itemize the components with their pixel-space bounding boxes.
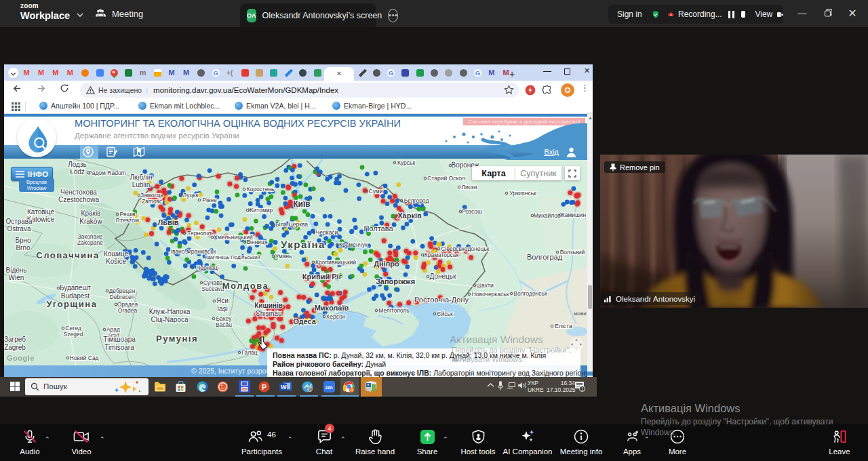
svg-text:Львів: Львів — [157, 218, 178, 226]
svg-text:Ростов-на-Дону: Ростов-на-Дону — [414, 296, 469, 304]
svg-text:Košice: Košice — [106, 258, 126, 265]
svg-text:Zagreb: Zagreb — [4, 344, 26, 351]
svg-text:Галац: Галац — [241, 349, 258, 356]
svg-text:Zakopane: Zakopane — [77, 239, 103, 246]
svg-text:Камишин: Камишин — [561, 212, 587, 218]
svg-text:Коростень: Коростень — [246, 186, 275, 193]
svg-text:Україна: Україна — [281, 239, 326, 250]
svg-text:Debrecen: Debrecen — [110, 294, 135, 300]
svg-text:Szeged: Szeged — [64, 331, 83, 338]
svg-text:Краків: Краків — [81, 209, 101, 217]
svg-text:Чернівці: Чернівці — [197, 264, 219, 271]
svg-text:Еліста: Еліста — [555, 323, 572, 329]
svg-text:Курськ: Курськ — [397, 159, 416, 166]
svg-text:Częstochowa: Częstochowa — [58, 196, 99, 203]
svg-text:Донецьк: Донецьк — [430, 273, 456, 280]
svg-text:Яси: Яси — [216, 297, 229, 304]
svg-text:Київ: Київ — [293, 199, 310, 209]
svg-text:Brno: Brno — [16, 244, 31, 252]
svg-text:1: 1 — [581, 386, 584, 391]
svg-text:Рівне: Рівне — [202, 197, 217, 203]
svg-text:Бєлгород: Бєлгород — [404, 197, 429, 204]
svg-text:Черкаси: Черкаси — [316, 229, 338, 236]
svg-text:Кривий Ріг: Кривий Ріг — [302, 273, 342, 281]
svg-text:Bacău: Bacău — [216, 321, 232, 328]
svg-text:Словаччина: Словаччина — [36, 250, 99, 260]
svg-text:Rzeszów: Rzeszów — [116, 217, 140, 224]
svg-text:Кропивницький: Кропивницький — [315, 259, 356, 266]
svg-text:Біла Церква: Біла Церква — [275, 221, 308, 228]
svg-text:Ostrava: Ostrava — [7, 225, 31, 233]
svg-text:Ченстохова: Ченстохова — [60, 188, 97, 196]
svg-text:Новочеркаськ: Новочеркаськ — [472, 291, 509, 298]
svg-text:Катовіце: Катовіце — [27, 208, 54, 216]
svg-text:Лодзь: Лодзь — [68, 161, 87, 168]
svg-text:Урюпінськ: Урюпінськ — [509, 190, 536, 197]
svg-text:Oradea: Oradea — [118, 307, 138, 314]
svg-text:Харків: Харків — [397, 212, 422, 220]
svg-text:Миколаїв: Миколаїв — [315, 304, 349, 312]
svg-text:Одеса: Одеса — [293, 317, 316, 325]
svg-text:Розсош: Розсош — [462, 208, 482, 215]
svg-text:Люблін: Люблін — [130, 174, 153, 181]
svg-text:Кременчук: Кременчук — [339, 241, 368, 248]
svg-text:P: P — [262, 383, 267, 391]
svg-text:Дніпро: Дніпро — [374, 260, 399, 268]
svg-text:Суми: Суми — [369, 188, 383, 195]
svg-text:Запоріжжя: Запоріжжя — [376, 277, 415, 285]
svg-text:Тернопіль: Тернопіль — [187, 230, 214, 237]
svg-text:Кошице: Кошице — [104, 250, 129, 258]
svg-text:zm: zm — [326, 384, 333, 390]
svg-text:Старий Оскол: Старий Оскол — [427, 175, 465, 182]
svg-text:Полтава: Полтава — [363, 224, 393, 233]
svg-text:Кишинів: Кишинів — [254, 302, 283, 309]
svg-text:Волгоград: Волгоград — [527, 253, 563, 261]
svg-text:Угорщина: Угорщина — [47, 299, 98, 309]
svg-text:Острава: Острава — [5, 218, 33, 225]
svg-text:Мелітополь: Мелітополь — [378, 307, 410, 314]
svg-text:Молдова: Молдова — [222, 281, 269, 291]
svg-text:Кам'янець-Подільський: Кам'янець-Подільський — [205, 254, 260, 260]
svg-text:Łódź: Łódź — [70, 168, 85, 176]
svg-text:Загреб: Загреб — [4, 336, 26, 343]
svg-text:Житомир: Житомир — [248, 207, 273, 214]
svg-text:Радом Radom: Радом Radom — [88, 169, 125, 176]
svg-text:Луцьк: Луцьк — [183, 192, 199, 199]
svg-text:Шахти: Шахти — [476, 282, 494, 289]
svg-text:Kraków: Kraków — [79, 218, 102, 225]
svg-text:Волзький: Волзький — [560, 249, 585, 256]
svg-text:Будапешт: Будапешт — [60, 284, 91, 292]
svg-text:Лиски: Лиски — [461, 184, 477, 191]
svg-text:Iași: Iași — [217, 305, 228, 313]
svg-text:Сіверськодонецьк: Сіверськодонецьк — [441, 245, 489, 252]
svg-text:Волгодонськ: Волгодонськ — [513, 290, 547, 297]
svg-text:Тімішоара: Тімішоара — [103, 336, 136, 343]
svg-text:0: 0 — [351, 388, 353, 392]
svg-text:Вінниця: Вінниця — [246, 239, 268, 245]
svg-text:Cluj-Napoca: Cluj-Napoca — [151, 316, 188, 323]
svg-text:Краматорськ: Краматорськ — [425, 252, 459, 258]
svg-text:Suceava: Suceava — [201, 285, 224, 292]
svg-text:Брно: Брно — [15, 237, 31, 244]
svg-text:Відень: Відень — [5, 266, 26, 274]
svg-text:Chișinău: Chișinău — [256, 310, 282, 317]
svg-text:Умань: Умань — [275, 253, 292, 260]
svg-text:Lublin: Lublin — [132, 181, 151, 188]
svg-text:W: W — [281, 384, 287, 390]
svg-text:Румунія: Румунія — [156, 334, 198, 344]
svg-text:Zamość: Zamość — [142, 198, 163, 205]
svg-text:Новий Сад: Новий Сад — [69, 355, 98, 361]
svg-text:Wien: Wien — [9, 274, 24, 281]
svg-text:Клуж-Напока: Клуж-Напока — [149, 308, 191, 315]
svg-text:Херсон: Херсон — [326, 313, 346, 320]
svg-text:Timișoara: Timișoara — [104, 344, 134, 351]
svg-text:25: 25 — [309, 388, 313, 392]
svg-text:Єйськ: Єйськ — [437, 310, 453, 317]
